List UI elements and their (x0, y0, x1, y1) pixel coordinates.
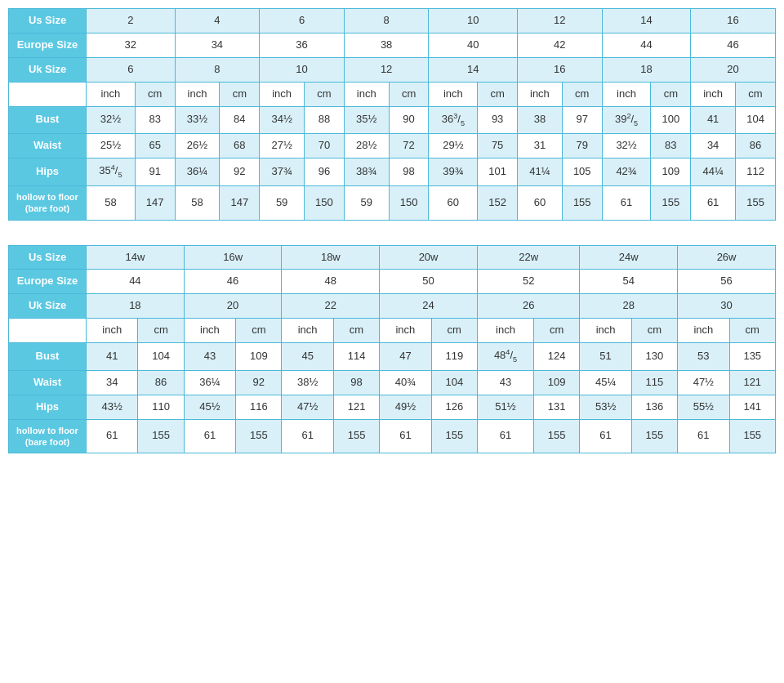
bust-t1-cm-4: 90 (389, 106, 429, 134)
bust-t2-inch-4: 47 (380, 343, 431, 371)
eu-size-56: 56 (678, 270, 776, 294)
waist-t1-inch-7: 32½ (602, 134, 651, 158)
unit2-cm-6: cm (631, 319, 677, 343)
us-size-6: 6 (260, 9, 345, 33)
waist-t2-cm-7: 121 (729, 370, 775, 395)
waist-t2-inch-6: 45¼ (580, 370, 631, 395)
waist-t1-inch-8: 34 (691, 134, 736, 158)
waist-t1-inch-3: 27½ (260, 134, 305, 158)
bust-t1-cm-6: 97 (562, 106, 602, 134)
hollow-t2-cm-5: 155 (534, 419, 580, 453)
hips-t1-cm-1: 91 (135, 158, 175, 186)
plus-size-table: Us Size 14w 16w 18w 20w 22w 24w 26w Euro… (8, 245, 776, 454)
bust-t2-cm-2: 109 (236, 343, 282, 371)
hollow-t2-inch-3: 61 (282, 419, 333, 453)
hollow-t2-cm-1: 155 (138, 419, 184, 453)
hollow-row: hollow to floor(bare foot) 58 147 58 147… (9, 185, 776, 220)
hips-t1-cm-3: 96 (305, 158, 345, 186)
eu-size-34: 34 (175, 33, 260, 57)
bust-t1-inch-4: 35½ (344, 106, 389, 134)
bust-t1-inch-6: 38 (518, 106, 563, 134)
waist-row: Waist 25½ 65 26½ 68 27½ 70 28½ 72 29½ 75… (9, 134, 776, 158)
hips-t2-inch-7: 55½ (678, 395, 729, 419)
unit-cm-1: cm (135, 82, 175, 106)
waist-t1-cm-3: 70 (305, 134, 345, 158)
unit2-cm-1: cm (138, 319, 184, 343)
waist-label: Waist (9, 134, 87, 158)
uk-size-10: 10 (260, 57, 345, 82)
hips-row: Hips 354/5 91 36¼ 92 37¾ 96 38¾ 98 39¾ 1… (9, 158, 776, 186)
uk-size-label: Uk Size (9, 57, 87, 82)
bust-t2-inch-6: 51 (580, 343, 631, 371)
unit-empty (9, 82, 87, 106)
bust-t2-cm-4: 119 (431, 343, 477, 371)
uk-size-row-2: Uk Size 18 20 22 24 26 28 30 (9, 294, 776, 319)
bust-t2-inch-7: 53 (678, 343, 729, 371)
unit2-cm-7: cm (729, 319, 775, 343)
hips-t2-cm-5: 131 (534, 395, 580, 419)
unit-inch-2: inch (175, 82, 220, 106)
eu-size-44: 44 (602, 33, 691, 57)
waist-t1-cm-6: 79 (562, 134, 602, 158)
us-size-20w: 20w (380, 245, 478, 270)
waist-t1-inch-2: 26½ (175, 134, 220, 158)
hollow-t1-cm-7: 155 (651, 185, 691, 220)
hips-t2-inch-6: 53½ (580, 395, 631, 419)
us-size-14w: 14w (87, 245, 185, 270)
standard-size-table: Us Size 2 4 6 8 10 12 14 16 Europe Size … (8, 8, 776, 221)
uk-size-24: 24 (380, 294, 478, 319)
eu-size-54: 54 (580, 270, 678, 294)
eu-size-44: 44 (87, 270, 185, 294)
unit-inch-7: inch (602, 82, 651, 106)
bust-t1-cm-8: 104 (736, 106, 776, 134)
unit2-inch-1: inch (87, 319, 138, 343)
waist-t1-cm-8: 86 (736, 134, 776, 158)
hips-t2-inch-2: 45½ (184, 395, 235, 419)
unit-cm-6: cm (562, 82, 602, 106)
unit-inch-6: inch (518, 82, 563, 106)
waist-t2-cm-6: 115 (631, 370, 677, 395)
hollow-label-2: hollow to floor(bare foot) (9, 419, 87, 453)
eu-size-48: 48 (282, 270, 380, 294)
us-size-label: Us Size (9, 9, 87, 33)
waist-t2-cm-1: 86 (138, 370, 184, 395)
hollow-t1-inch-2: 58 (175, 185, 220, 220)
hollow-t2-inch-7: 61 (678, 419, 729, 453)
hollow-t2-cm-6: 155 (631, 419, 677, 453)
unit2-inch-6: inch (580, 319, 631, 343)
waist-t1-cm-5: 75 (478, 134, 518, 158)
bust-t2-inch-2: 43 (184, 343, 235, 371)
hollow-t2-inch-1: 61 (87, 419, 138, 453)
unit2-inch-5: inch (477, 319, 533, 343)
unit2-cm-3: cm (333, 319, 379, 343)
europe-size-label: Europe Size (9, 33, 87, 57)
uk-size-6: 6 (87, 57, 176, 82)
hips-t2-inch-4: 49½ (380, 395, 431, 419)
hips-label: Hips (9, 158, 87, 186)
hollow-t1-cm-8: 155 (736, 185, 776, 220)
us-size-18w: 18w (282, 245, 380, 270)
hips-row-2: Hips 43½ 110 45½ 116 47½ 121 49½ 126 51½… (9, 395, 776, 419)
bust-t1-inch-3: 34½ (260, 106, 305, 134)
waist-t2-inch-5: 43 (477, 370, 533, 395)
unit-cm-4: cm (389, 82, 429, 106)
europe-size-row-2: Europe Size 44 46 48 50 52 54 56 (9, 270, 776, 294)
bust-t1-cm-7: 100 (651, 106, 691, 134)
unit-cm-8: cm (736, 82, 776, 106)
hips-t1-inch-7: 42¾ (602, 158, 651, 186)
us-size-22w: 22w (477, 245, 579, 270)
unit-inch-4: inch (344, 82, 389, 106)
bust-t2-cm-3: 114 (333, 343, 379, 371)
eu-size-36: 36 (260, 33, 345, 57)
unit-empty-2 (9, 319, 87, 343)
hollow-t1-inch-5: 60 (429, 185, 478, 220)
unit2-inch-4: inch (380, 319, 431, 343)
hips-t1-inch-4: 38¾ (344, 158, 389, 186)
bust-t1-cm-3: 88 (305, 106, 345, 134)
us-size-row-2: Us Size 14w 16w 18w 20w 22w 24w 26w (9, 245, 776, 270)
eu-size-42: 42 (518, 33, 603, 57)
uk-size-16: 16 (518, 57, 603, 82)
hips-t1-cm-8: 112 (736, 158, 776, 186)
bust-t1-cm-2: 84 (220, 106, 260, 134)
us-size-16w: 16w (184, 245, 282, 270)
